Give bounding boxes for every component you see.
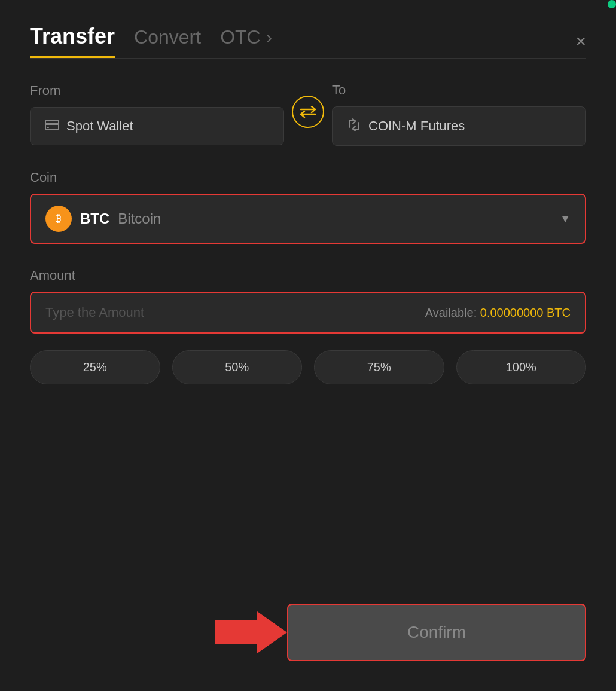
tab-transfer[interactable]: Transfer [30, 24, 115, 58]
svg-text:₿: ₿ [56, 213, 61, 224]
to-wallet-label: COIN-M Futures [368, 118, 465, 134]
coin-symbol: BTC [80, 210, 109, 227]
coin-selector[interactable]: ₿ BTC Bitcoin ▼ [30, 194, 586, 244]
btc-icon: ₿ [45, 206, 72, 232]
percent-buttons: 25% 50% 75% 100% [30, 350, 586, 384]
close-button[interactable]: × [575, 32, 586, 50]
from-to-section: From Spot Wallet [30, 82, 586, 146]
transfer-modal: Transfer Convert OTC › × From Spot Walle… [0, 0, 616, 691]
bottom-section: Confirm [30, 604, 586, 661]
card-icon [45, 118, 59, 134]
percent-25-button[interactable]: 25% [30, 350, 160, 384]
header-divider [30, 58, 586, 59]
amount-section: Amount Available: 0.00000000 BTC [30, 268, 586, 350]
coin-full-name: Bitcoin [118, 210, 161, 227]
from-wallet-label: Spot Wallet [66, 118, 133, 134]
available-amount: 0.00000000 BTC [480, 306, 571, 319]
percent-75-button[interactable]: 75% [314, 350, 444, 384]
confirm-button[interactable]: Confirm [287, 604, 586, 661]
from-group: From Spot Wallet [30, 83, 284, 145]
status-indicator [608, 0, 616, 8]
coin-label: Coin [30, 170, 586, 185]
svg-rect-2 [47, 127, 49, 128]
modal-header: Transfer Convert OTC › × [30, 24, 586, 58]
arrow-indicator [215, 609, 287, 656]
from-label: From [30, 83, 284, 99]
to-label: To [332, 82, 586, 98]
chevron-down-icon: ▼ [560, 213, 571, 225]
tab-convert[interactable]: Convert [134, 26, 201, 56]
to-group: To COIN-M Futures [332, 82, 586, 146]
to-wallet-selector[interactable]: COIN-M Futures [332, 106, 586, 146]
percent-50-button[interactable]: 50% [172, 350, 303, 384]
svg-rect-1 [45, 123, 59, 125]
amount-input[interactable] [45, 305, 425, 320]
from-wallet-selector[interactable]: Spot Wallet [30, 107, 284, 145]
tab-otc[interactable]: OTC › [220, 26, 272, 56]
percent-100-button[interactable]: 100% [456, 350, 587, 384]
swap-button[interactable] [292, 96, 324, 128]
swap-container [284, 96, 332, 133]
coin-section: Coin ₿ BTC Bitcoin ▼ [30, 170, 586, 268]
futures-icon [347, 118, 361, 134]
amount-field: Available: 0.00000000 BTC [30, 292, 586, 334]
available-text: Available: 0.00000000 BTC [425, 306, 571, 320]
svg-marker-5 [215, 611, 287, 653]
amount-label: Amount [30, 268, 586, 283]
